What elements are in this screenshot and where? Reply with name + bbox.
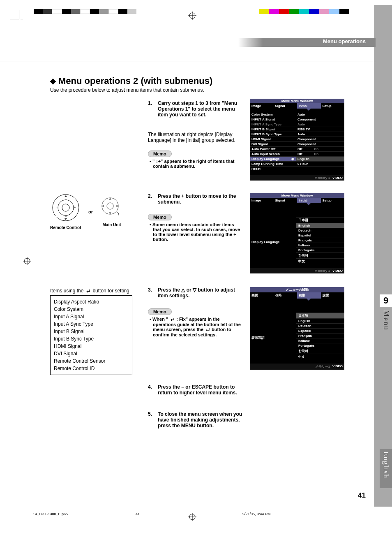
osd-lang-option: 한국어 [296,252,344,258]
page-subtitle: Use the procedure below to adjust menu i… [50,87,204,93]
list-item: Input A Sync Type [54,320,129,328]
memo-label: Memo [148,308,172,315]
or-label: or [88,209,93,214]
step-5: 5.To close the menu screen when you have… [148,411,242,428]
page-title: ◆ Menu operations 2 (with submenus) [50,76,212,86]
osd-lang-option: Français [296,238,344,243]
down-arrow-icon [307,109,311,111]
memo-1-text: " ↕+" appears to the right of items that… [148,159,242,169]
osd-lang-option: Deutsch [296,323,344,328]
print-color-strip-right [259,9,349,14]
page-number: 41 [358,491,366,500]
svg-text:–: – [55,206,58,209]
print-color-strip-left [34,9,136,14]
svg-text:▽: ▽ [65,215,67,218]
step-1-note: The illustration at right depicts [Displ… [148,132,242,143]
osd-tab: Initial [297,103,321,109]
list-item: Input A Signal [54,313,129,320]
svg-point-13 [58,200,74,215]
chapter-label: Menu [382,307,390,331]
osd-lang-option: Italiano [296,338,344,343]
osd-screenshot-1: Move Menu Window ImageSignalInitialSetup… [250,99,344,181]
crop-mark [19,10,19,19]
osd-tab: Setup [321,198,345,203]
osd-tab: Signal [274,198,297,203]
osd-row: INPUT A SignalComponent [250,117,344,122]
osd-screenshot-2: Move Menu Window ImageSignalInitialSetup… [250,193,344,273]
osd-tab: Image [250,198,274,203]
memo-2: Memo Some menu items contain other items… [148,211,242,242]
osd-lang-option: Italiano [296,243,344,248]
osd-tab: 画質 [250,292,274,299]
registration-mark-icon [188,12,196,21]
memo-3: Memo When " : Fix" appears in the operat… [148,306,242,337]
osd-row: DVI SignalComponent [250,141,344,146]
footer-filename: 14_DPX-1300_E.p65 [33,512,68,516]
list-item: Color System [54,306,129,313]
header-section-title: Menu operations [323,38,366,44]
osd-row: Display Language◉ English [250,156,344,161]
osd-row: INPUT A Sync TypeAuto [250,122,344,127]
step-2: 2.Press the + button to move to the subm… [148,193,242,205]
osd-tab: 初期 [297,292,321,299]
step-1: 1.Carry out steps 1 to 3 from "Menu Oper… [148,100,242,118]
items-intro: Items using the button for setting. [50,288,131,294]
osd-row: Lamp Running Time0 Hour [250,161,344,166]
main-unit-dpad: Main Unit [100,196,123,227]
list-item: Remote Control ID [54,365,129,372]
list-item: Input B Sync Type [54,335,129,343]
registration-mark-icon [23,257,31,267]
memo-2-text: Some menu items contain other items that… [148,222,242,242]
divider [0,62,376,62]
footer-page: 41 [136,512,140,516]
osd-lang-option: Português [296,248,344,252]
osd-row: Auto Power OffOffOn [250,146,344,151]
enter-icon [85,288,91,294]
controls-diagram: △ ▽ – + Remote Control or Main [50,193,141,230]
osd-row: Reset [250,166,344,171]
chapter-number: 9 [380,294,392,307]
list-item: Remote Control Sensor [54,357,129,365]
osd-tab: 設置 [321,292,345,299]
svg-point-14 [62,204,69,211]
osd-tab: Image [250,103,274,109]
list-item: Display Aspect Ratio [54,298,129,306]
side-tab-english: English [380,449,392,488]
list-item: HDMI Signal [54,343,129,350]
title-text: Menu operations 2 (with submenus) [58,76,212,86]
step-4: 4.Press the – or ESCAPE button to return… [148,384,242,396]
osd-tab: Signal [274,103,297,109]
side-tab-menu: 9 Menu [380,294,392,345]
items-list: Display Aspect RatioColor SystemInput A … [50,295,132,375]
memo-3-text: When " : Fix" appears in the operations … [148,317,242,337]
osd-tab: Initial [297,198,321,203]
crop-mark [21,19,23,19]
page: Menu operations ◆ Menu operations 2 (wit… [0,0,392,535]
down-arrow-icon [307,203,311,205]
side-gray-bar [374,5,392,507]
registration-mark-icon [188,513,196,523]
osd-row: INPUT B Sync TypeAuto [250,132,344,137]
memo-1: Memo " ↕+" appears to the right of items… [148,148,242,169]
osd-lang-option: Deutsch [296,228,344,233]
enter-icon [205,327,210,332]
osd-lang-option: 中文 [296,354,344,359]
footer-date: 9/21/05, 3:44 PM [242,512,271,516]
osd-lang-option: Français [296,333,344,338]
step-3: 3. Press the △ or ▽ button to adjust ite… [148,287,242,299]
svg-point-19 [102,198,118,214]
osd-row: HDMI SignalComponent [250,137,344,141]
osd-lang-option: Português [296,343,344,348]
osd-lang-option: English [296,318,344,323]
osd-lang-option: Español [296,233,344,238]
osd-lang-option: 中文 [296,258,344,264]
diamond-icon: ◆ [50,76,56,86]
osd-lang-option: 日本語 [296,217,344,223]
down-arrow-icon [307,299,311,301]
osd-lang-option: 한국어 [296,348,344,354]
svg-text:△: △ [65,198,67,200]
osd-tab: 信号 [274,292,297,299]
osd-screenshot-3: メニューの移動 画質信号初期設置 表示言語 日本語EnglishDeutschE… [250,287,344,370]
osd-row: Auto Input SearchOffOn [250,151,344,156]
osd-lang-option: 日本語 [296,313,344,318]
